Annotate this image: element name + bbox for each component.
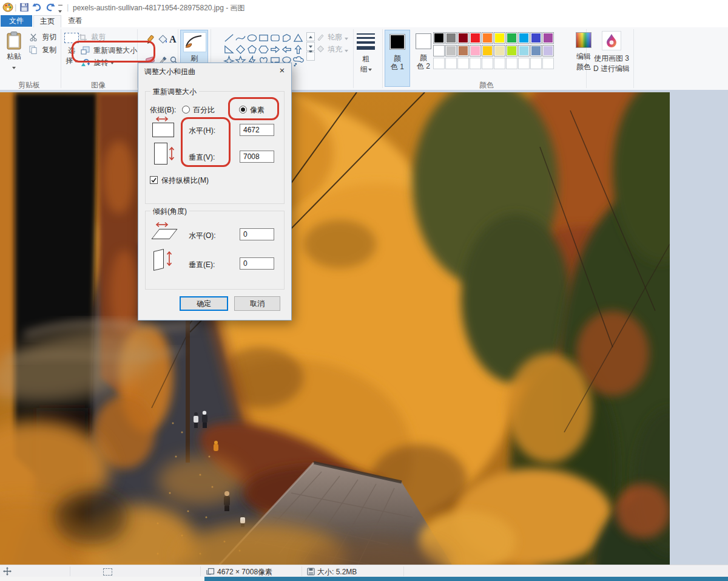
palette-swatch-empty[interactable] [530,58,542,69]
palette-swatch-empty[interactable] [457,58,469,69]
aspect-label[interactable]: 保持纵横比(M) [161,175,209,186]
tab-home[interactable]: 主页 [33,15,61,28]
palette-swatch[interactable] [457,32,469,44]
shape-rounded-rectangle-icon[interactable] [269,32,281,44]
shape-right-triangle-icon[interactable] [223,44,235,55]
palette-swatch[interactable] [530,45,542,56]
palette-swatch[interactable] [470,32,481,44]
shape-pentagon-icon[interactable] [246,44,258,55]
palette-swatch[interactable] [506,32,517,44]
close-icon[interactable]: × [275,64,289,76]
palette-swatch[interactable] [518,45,530,56]
palette-swatch[interactable] [530,32,542,44]
fill-icon [317,46,325,53]
select-button[interactable]: 选 择 [64,33,79,66]
palette-swatch[interactable] [482,45,493,56]
palette-swatch-empty[interactable] [482,58,493,69]
section-divider [633,29,634,88]
paint3d-button[interactable]: 使用画图 3 D 进行编辑 [591,31,632,74]
percent-label[interactable]: 百分比 [193,105,215,115]
redo-icon[interactable] [45,2,56,14]
status-bar: 4672 × 7008像素 大小: 5.2MB [0,565,728,577]
vertical-input[interactable] [240,151,274,163]
shape-arrow-up-icon[interactable] [292,44,304,55]
save-icon[interactable] [19,2,29,14]
pixels-radio[interactable] [239,106,247,114]
palette-swatch-empty[interactable] [494,58,505,69]
dialog-title-bar[interactable]: 调整大小和扭曲 × [138,63,291,79]
tab-file[interactable]: 文件 [1,15,32,27]
shape-curve-icon[interactable] [235,32,246,44]
palette-swatch[interactable] [445,45,457,56]
palette-swatch-empty[interactable] [445,58,457,69]
palette-swatch[interactable] [542,45,554,56]
skew-h-input[interactable] [240,228,274,240]
shape-cloud-callout-icon[interactable] [292,55,304,67]
palette-swatch[interactable] [482,32,493,44]
shapes-more-icon[interactable] [306,52,315,61]
crop-button: 裁剪 [79,33,104,44]
paint3d-label-1: 使用画图 3 [591,53,632,64]
resize-button[interactable]: 重新调整大小 [81,46,135,58]
copy-button[interactable]: 复制 [29,46,54,57]
pixels-label[interactable]: 像素 [250,105,265,115]
qat-menu-icon[interactable] [58,5,62,15]
palette-swatch[interactable] [445,32,457,44]
aspect-checkbox[interactable] [150,176,158,184]
palette-swatch[interactable] [494,45,505,56]
palette-swatch-empty[interactable] [518,58,530,69]
shape-hexagon-icon[interactable] [258,44,269,55]
canvas-photo[interactable] [0,92,670,565]
pencil-tool[interactable] [146,35,155,46]
shape-diamond-icon[interactable] [235,44,246,55]
shape-polygon-icon[interactable] [281,32,292,44]
shapes-scroll-down-icon[interactable] [306,42,315,51]
palette-swatch[interactable] [470,45,481,56]
cut-button[interactable]: 剪切 [29,33,54,44]
tab-view[interactable]: 查看 [61,15,89,27]
shape-rectangle-icon[interactable] [258,32,269,44]
skew-h-label: 水平(O): [189,231,216,241]
text-tool[interactable]: A [169,34,177,45]
color2-button[interactable]: 颜 色 2 [411,30,436,86]
cancel-button[interactable]: 取消 [234,296,280,311]
palette-swatch-empty[interactable] [506,58,517,69]
fill-tool[interactable] [158,35,168,46]
ribbon-tabs: 文件 主页 查看 [0,15,728,28]
window-title: pexels-austin-sullivan-48171954-28975820… [73,3,245,13]
shape-triangle-icon[interactable] [292,32,304,44]
palette-swatch[interactable] [433,32,445,44]
select-label-1: 选 [64,46,79,56]
paint3d-label-2: D 进行编辑 [591,64,632,74]
palette-swatch[interactable] [494,32,505,44]
paste-button[interactable]: 粘贴 [6,32,22,72]
rotate-button[interactable]: 旋转 [81,58,112,70]
color1-button[interactable]: 颜 色 1 [385,30,410,87]
palette-swatch-empty[interactable] [470,58,481,69]
shape-line-icon[interactable] [223,32,235,44]
undo-icon[interactable] [32,2,42,14]
select-label-2: 择 [64,56,79,66]
palette-swatch[interactable] [433,45,445,56]
palette-swatch-empty[interactable] [433,58,445,69]
palette-swatch[interactable] [542,32,554,44]
percent-radio[interactable] [182,106,190,114]
shape-arrow-right-icon[interactable] [269,44,281,55]
shapes-scrollbar[interactable] [306,32,315,61]
palette-swatch[interactable] [457,45,469,56]
ok-button[interactable]: 确定 [180,296,228,311]
palette-swatch[interactable] [506,45,517,56]
palette-row-3 [433,58,568,70]
skew-v-input[interactable] [240,257,274,270]
selection-status-icon [103,568,112,577]
status-separator [200,566,201,576]
palette-swatch-empty[interactable] [542,58,554,69]
taskbar-edge[interactable] [204,577,728,581]
shape-arrow-left-icon[interactable] [281,44,292,55]
thickness-button[interactable]: 粗 细 [357,33,375,75]
horizontal-input[interactable] [240,124,274,136]
shape-ellipse-icon[interactable] [246,32,258,44]
bucket-icon [158,35,168,44]
palette-swatch[interactable] [518,32,530,44]
shapes-scroll-up-icon[interactable] [306,32,315,41]
